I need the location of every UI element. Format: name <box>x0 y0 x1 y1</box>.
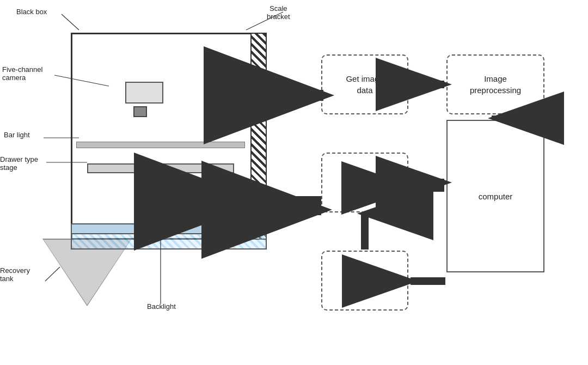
drawer-stage-label: Drawer typestage <box>0 155 38 172</box>
image-preprocessing-box: Imagepreprocessing <box>446 54 544 114</box>
diagram-container: Black box Scalebracket Five-channelcamer… <box>0 0 588 365</box>
black-box-label: Black box <box>16 8 47 16</box>
flow-area: Get imagedata Imagepreprocessing Control… <box>305 11 577 349</box>
recovery-tank-label: Recoverytank <box>0 266 30 283</box>
computer-label: computer <box>479 192 513 201</box>
parameter-setting-box: Parametersetting <box>321 251 408 311</box>
control-module-label: Controlmodule <box>351 171 378 194</box>
backlight <box>71 233 267 250</box>
bar-light <box>76 142 245 148</box>
scale-bracket-label: Scalebracket <box>267 4 290 21</box>
equipment-area <box>16 11 289 349</box>
computer-box: computer <box>446 120 544 272</box>
bottom-frame <box>71 223 267 234</box>
drawer-stage <box>87 163 234 173</box>
backlight-label: Backlight <box>147 302 176 311</box>
control-module-box: Controlmodule <box>321 153 408 212</box>
camera-lens <box>133 106 147 117</box>
parameter-setting-label: Parametersetting <box>346 269 384 292</box>
recovery-tank <box>44 240 131 305</box>
get-image-data-box: Get imagedata <box>321 54 408 114</box>
black-box <box>71 33 267 240</box>
get-image-data-label: Get imagedata <box>346 73 383 96</box>
bar-light-label: Bar light <box>4 131 30 139</box>
scale-bracket <box>250 33 267 240</box>
five-channel-camera <box>125 82 163 104</box>
image-preprocessing-label: Imagepreprocessing <box>470 73 521 96</box>
five-channel-camera-label: Five-channelcamera <box>2 65 42 82</box>
